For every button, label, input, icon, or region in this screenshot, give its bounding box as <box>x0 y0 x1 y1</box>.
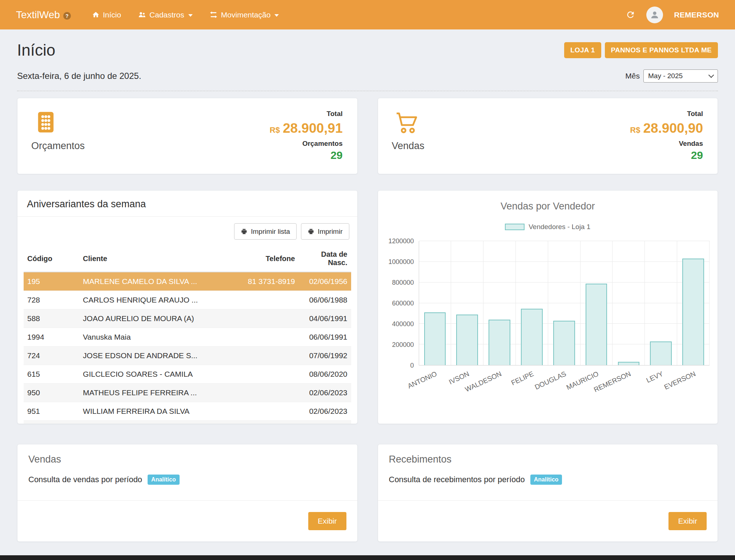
currency: R$ <box>630 125 640 135</box>
table-row[interactable]: 615GILCLECIO SOARES - CAMILA08/06/2020 <box>24 365 351 384</box>
table-cell <box>223 402 298 421</box>
table-cell: 05/06/2023 <box>298 421 351 424</box>
main-content: Início LOJA 1 PANNOS E PANNOS LTDA ME Se… <box>0 41 735 542</box>
legend-swatch <box>505 224 525 230</box>
y-tick-label: 1000000 <box>388 258 414 266</box>
date-text: Sexta-feira, 6 de junho de 2025. <box>17 71 141 81</box>
total-amount: 28.900,91 <box>283 121 343 136</box>
x-cell: ANTONIO <box>419 365 451 397</box>
chevron-down-icon <box>708 72 714 78</box>
print-list-button[interactable]: Imprimir lista <box>234 223 297 240</box>
brand-logo[interactable]: TextilWeb ? <box>16 9 71 21</box>
month-select[interactable]: May - 2025 <box>643 69 718 83</box>
table-header-row: CódigoClienteTelefoneData de Nasc. <box>24 245 351 272</box>
table-cell: 02/06/1956 <box>298 272 351 291</box>
y-tick-label: 0 <box>410 362 414 369</box>
nav-label: Cadastros <box>149 11 184 19</box>
count-label: Vendas <box>630 140 703 148</box>
analitico-badge: Analítico <box>530 475 562 485</box>
table-cell <box>223 328 298 347</box>
username[interactable]: REMERSON <box>674 11 719 19</box>
bar-waldeson[interactable] <box>489 320 510 365</box>
bar-cell <box>548 241 581 365</box>
table-cell: MATHEUS FELIPE FERREIRA ... <box>79 384 223 402</box>
table-row[interactable]: 724JOSE EDSON DE ANDRADE S...07/06/1992 <box>24 347 351 365</box>
column-header: Cliente <box>79 245 223 272</box>
y-tick-label: 600000 <box>392 300 414 307</box>
table-cell: 98307-6907 <box>223 421 298 424</box>
table-row[interactable]: 587JULIANA LIMA DE ANDRADE98307-690705/0… <box>24 421 351 424</box>
refresh-icon[interactable] <box>626 10 635 20</box>
x-tick-label: LEVY <box>645 370 664 384</box>
exibir-vendas-button[interactable]: Exibir <box>308 512 346 530</box>
column-header: Telefone <box>223 245 298 272</box>
table-cell: 195 <box>24 272 79 291</box>
bar-chart: 020000040000060000080000010000001200000 … <box>381 241 710 397</box>
table-cell: 951 <box>24 402 79 421</box>
store-button[interactable]: LOJA 1 <box>564 42 601 58</box>
cart-icon <box>394 110 419 136</box>
nav-cadastros[interactable]: Cadastros <box>138 11 193 19</box>
month-value: May - 2025 <box>648 72 683 80</box>
table-row[interactable]: 950MATHEUS FELIPE FERREIRA ...02/06/2023 <box>24 384 351 402</box>
y-tick-label: 1200000 <box>388 237 414 245</box>
printer-icon <box>241 228 248 235</box>
table-cell: 02/06/2023 <box>298 384 351 402</box>
table-cell: CARLOS HENRIQUE ARAUJO ... <box>79 291 223 309</box>
birthdays-card: Aniversariantes da semana Imprimir lista… <box>17 190 358 424</box>
recebimentos-panel: Recebimentos Consulta de recebimentos po… <box>378 444 718 542</box>
bar-cell <box>677 241 710 365</box>
bar-everson[interactable] <box>682 259 704 365</box>
vendas-card: Vendas Total R$28.900,90 Vendas 29 <box>378 98 718 174</box>
nav-label: Início <box>103 11 121 19</box>
nav-movimentacao[interactable]: Movimentação <box>209 11 279 19</box>
bar-cell <box>612 241 645 365</box>
table-row[interactable]: 728CARLOS HENRIQUE ARAUJO ...06/06/1988 <box>24 291 351 309</box>
y-tick-label: 400000 <box>392 320 414 328</box>
bar-remerson[interactable] <box>618 362 640 365</box>
transfer-icon <box>209 11 218 19</box>
main-nav: Início Cadastros Movimentação <box>92 11 279 19</box>
table-cell: JOSE EDSON DE ANDRADE S... <box>79 347 223 365</box>
x-tick-label: ANTONIO <box>406 370 438 390</box>
table-cell: 724 <box>24 347 79 365</box>
page-title: Início <box>17 41 55 59</box>
exibir-recebimentos-button[interactable]: Exibir <box>668 512 707 530</box>
table-row[interactable]: 951WILLIAM FERREIRA DA SILVA02/06/2023 <box>24 402 351 421</box>
company-button[interactable]: PANNOS E PANNOS LTDA ME <box>605 42 718 58</box>
bar-cell <box>419 241 451 365</box>
bar-cell <box>645 241 677 365</box>
x-cell: EVERSON <box>677 365 710 397</box>
bar-douglas[interactable] <box>553 321 575 365</box>
table-cell: 07/06/1992 <box>298 347 351 365</box>
table-cell: 06/06/1991 <box>298 328 351 347</box>
bar-ivson[interactable] <box>456 315 478 365</box>
table-row[interactable]: 1994Vanuska Maia06/06/1991 <box>24 328 351 347</box>
legend-label: Vendedores - Loja 1 <box>529 223 590 231</box>
bar-mauricio[interactable] <box>586 284 607 365</box>
bar-cell <box>451 241 483 365</box>
birthdays-table: CódigoClienteTelefoneData de Nasc. 195MA… <box>24 245 351 424</box>
plot-area <box>419 241 710 365</box>
column-header: Código <box>24 245 79 272</box>
table-row[interactable]: 195MARLENE CAMELO DA SILVA ...81 3731-89… <box>24 272 351 291</box>
bar-levy[interactable] <box>650 341 672 365</box>
table-cell: 08/06/2020 <box>298 365 351 384</box>
nav-inicio[interactable]: Início <box>92 11 121 19</box>
table-cell: WILLIAM FERREIRA DA SILVA <box>79 402 223 421</box>
table-cell: JOAO AURELIO DE MOURA (A) <box>79 309 223 328</box>
table-cell <box>223 365 298 384</box>
table-row[interactable]: 588JOAO AURELIO DE MOURA (A)04/06/1991 <box>24 309 351 328</box>
calculator-icon <box>33 110 58 136</box>
table-cell: 728 <box>24 291 79 309</box>
help-icon[interactable]: ? <box>63 12 71 20</box>
separator <box>17 91 718 91</box>
bar-felipe[interactable] <box>521 309 543 365</box>
x-tick-label: IVSON <box>447 370 470 386</box>
total-label: Total <box>630 110 703 118</box>
table-cell <box>223 309 298 328</box>
print-button[interactable]: Imprimir <box>301 223 349 240</box>
avatar[interactable] <box>646 7 663 23</box>
bar-antonio[interactable] <box>424 312 446 365</box>
chart-legend[interactable]: Vendedores - Loja 1 <box>378 223 718 231</box>
